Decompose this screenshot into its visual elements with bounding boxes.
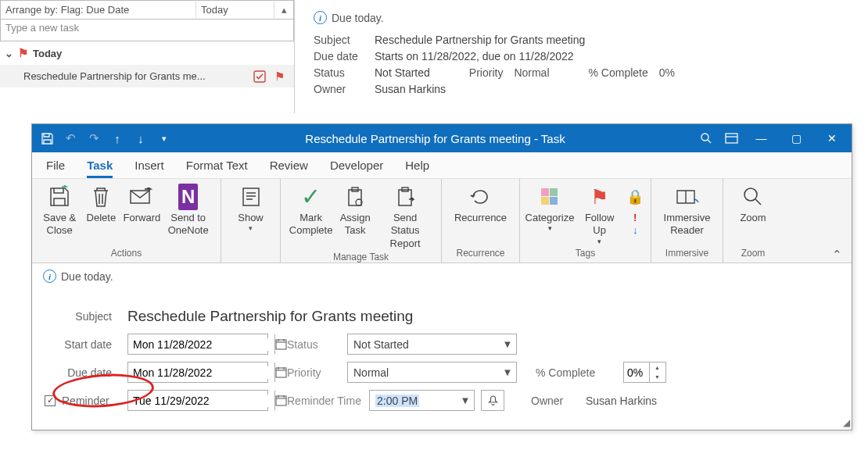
zoom-button[interactable]: Zoom — [733, 184, 773, 224]
arrange-filter[interactable]: Today — [196, 2, 274, 18]
arrange-by-button[interactable]: Arrange by: Flag: Due Date — [1, 2, 196, 18]
forward-button[interactable]: Forward — [121, 184, 162, 224]
chevron-down-icon: ▼ — [457, 395, 474, 406]
task-list-pane: Arrange by: Flag: Due Date Today ▴ Type … — [0, 0, 295, 113]
task-window: ↶ ↷ ↑ ↓ ▾ Reschedule Partnership for Gra… — [31, 123, 852, 430]
group-recurrence: Recurrence — [456, 246, 504, 262]
mark-complete-button[interactable]: ✓Mark Complete — [287, 184, 335, 238]
assign-task-button[interactable]: Assign Task — [335, 184, 375, 238]
svg-point-1 — [701, 134, 708, 141]
immersive-reader-button[interactable]: Immersive Reader — [658, 184, 716, 238]
owner-value: Susan Harkins — [375, 83, 446, 95]
group-actions: Actions — [111, 246, 142, 262]
menu-format-text[interactable]: Format Text — [186, 159, 248, 178]
task-row[interactable]: Reschedule Partnership for Grants me... … — [0, 65, 294, 88]
redo-icon[interactable]: ↷ — [85, 130, 102, 147]
categorize-button[interactable]: Categorize▾ — [524, 184, 576, 234]
group-zoom: Zoom — [741, 246, 766, 262]
titlebar[interactable]: ↶ ↷ ↑ ↓ ▾ Reschedule Partnership for Gra… — [32, 124, 852, 152]
show-button[interactable]: Show▾ — [231, 184, 271, 234]
delete-button[interactable]: Delete — [81, 184, 121, 224]
menu-insert[interactable]: Insert — [135, 159, 164, 178]
status-value: Not Started — [375, 66, 430, 79]
status-dropdown[interactable]: Not Started▼ — [347, 334, 517, 355]
new-task-input[interactable]: Type a new task — [0, 20, 294, 41]
pct-complete-input[interactable]: ▲▼ — [623, 362, 666, 383]
subject-label: Subject — [43, 310, 127, 323]
reminder-checkbox[interactable]: ✓ Reminder — [43, 395, 127, 407]
calendar-icon[interactable] — [274, 334, 287, 354]
info-icon: i — [43, 270, 56, 283]
form-due-banner: i Due today. — [43, 270, 841, 283]
svg-rect-13 — [550, 197, 558, 205]
due-date-input[interactable] — [127, 362, 268, 383]
pct-complete-label: % Complete — [536, 366, 623, 379]
menu-help[interactable]: Help — [405, 159, 429, 178]
group-tags: Tags — [576, 246, 595, 262]
recurrence-button[interactable]: Recurrence — [450, 184, 511, 224]
start-date-input[interactable] — [127, 334, 268, 355]
ribbon-mode-icon[interactable] — [723, 130, 740, 147]
follow-up-button[interactable]: ⚑Follow Up▾ — [576, 184, 623, 246]
svg-rect-4 — [243, 188, 259, 205]
today-label: Today — [33, 48, 62, 59]
status-label: Status — [287, 338, 347, 351]
reminder-label: Reminder — [62, 395, 109, 407]
calendar-icon[interactable] — [274, 362, 287, 382]
reminder-sound-button[interactable] — [481, 390, 504, 411]
group-immersive: Immersive — [665, 246, 708, 262]
flag-icon: ⚑ — [18, 46, 28, 60]
minimize-button[interactable]: — — [748, 128, 775, 148]
chevron-down-icon: ▼ — [499, 338, 516, 350]
save-close-button[interactable]: Save & Close — [38, 184, 81, 238]
info-icon: i — [314, 11, 327, 24]
window-title: Reschedule Partnership for Grants meetin… — [179, 132, 691, 145]
due-date-label: Due date — [43, 366, 127, 379]
owner-value: Susan Harkins — [586, 395, 657, 407]
calendar-icon[interactable] — [274, 391, 287, 410]
reminder-time-dropdown[interactable]: 2:00 PM▼ — [369, 390, 475, 411]
svg-rect-2 — [726, 134, 737, 143]
reminder-time-label: Reminder Time — [287, 395, 369, 407]
today-group-header[interactable]: ⌄ ⚑ Today — [0, 41, 294, 65]
subject-field[interactable]: Reschedule Partnership for Grants meetin… — [127, 306, 413, 327]
onenote-button[interactable]: NSend to OneNote — [162, 184, 214, 238]
close-button[interactable]: ✕ — [818, 128, 845, 148]
reminder-date-input[interactable] — [127, 390, 268, 411]
svg-rect-15 — [276, 340, 286, 349]
chevron-down-icon: ▼ — [499, 366, 516, 378]
spin-up[interactable]: ▲ — [650, 362, 665, 373]
prev-icon[interactable]: ↑ — [109, 130, 126, 147]
svg-rect-8 — [399, 190, 411, 205]
svg-point-14 — [744, 188, 757, 201]
task-flag-icon[interactable]: ⚑ — [271, 70, 288, 84]
next-icon[interactable]: ↓ — [132, 130, 149, 147]
checkbox-icon: ✓ — [45, 395, 56, 406]
duedate-value: Starts on 11/28/2022, due on 11/28/2022 — [375, 50, 574, 62]
task-title: Reschedule Partnership for Grants me... — [23, 70, 253, 82]
subject-value: Reschedule Partnership for Grants meetin… — [375, 34, 585, 46]
task-complete-icon[interactable] — [253, 70, 271, 83]
menu-task[interactable]: Task — [87, 159, 113, 178]
menu-file[interactable]: File — [46, 159, 65, 178]
spin-down[interactable]: ▼ — [650, 373, 665, 383]
subject-label: Subject — [314, 34, 375, 46]
undo-icon[interactable]: ↶ — [62, 130, 79, 147]
maximize-button[interactable]: ▢ — [783, 128, 810, 148]
private-lock-button[interactable]: 🔒!↓ — [623, 184, 647, 238]
owner-label: Owner — [531, 395, 586, 407]
due-banner-text: Due today. — [332, 12, 384, 24]
resize-handle-icon[interactable]: ◢ — [843, 417, 850, 428]
collapse-ribbon-icon[interactable]: ⌃ — [832, 248, 842, 262]
menu-developer[interactable]: Developer — [330, 159, 383, 178]
priority-value: Normal — [514, 66, 549, 79]
svg-rect-17 — [276, 396, 286, 405]
priority-dropdown[interactable]: Normal▼ — [347, 362, 517, 383]
form-due-text: Due today. — [61, 270, 113, 283]
collapse-icon[interactable]: ▴ — [274, 4, 293, 16]
send-status-button[interactable]: Send Status Report — [375, 184, 435, 250]
save-icon[interactable] — [38, 130, 56, 147]
menu-review[interactable]: Review — [270, 159, 308, 178]
search-icon[interactable] — [698, 130, 715, 147]
qat-more-icon[interactable]: ▾ — [156, 130, 173, 147]
